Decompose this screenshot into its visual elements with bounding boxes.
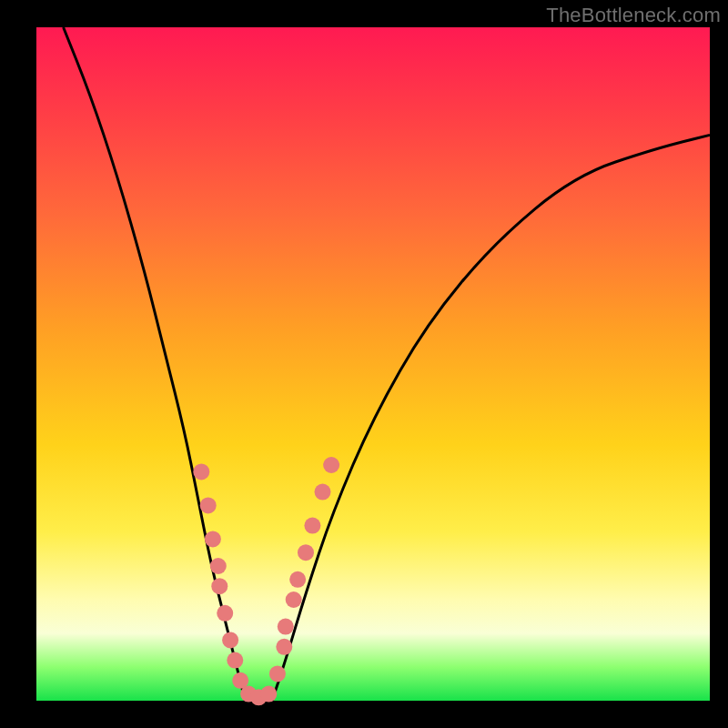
highlight-dot xyxy=(286,592,302,608)
highlight-dot xyxy=(193,463,209,480)
highlight-dot xyxy=(289,571,306,588)
chart-frame: TheBottleneck.com xyxy=(0,0,728,728)
highlight-dot xyxy=(211,578,228,594)
highlight-dot xyxy=(210,558,227,574)
curve-right xyxy=(272,135,710,701)
highlight-dot xyxy=(304,518,320,534)
highlight-dot xyxy=(276,639,292,655)
highlight-dots xyxy=(193,457,339,705)
plot-area xyxy=(36,27,710,701)
highlight-dot xyxy=(260,686,277,703)
curve-svg xyxy=(36,27,710,701)
highlight-dot xyxy=(227,652,243,669)
highlight-dot xyxy=(298,544,314,561)
highlight-dot xyxy=(200,497,217,513)
highlight-dot xyxy=(222,632,238,648)
curve-left xyxy=(64,27,246,701)
highlight-dot xyxy=(217,605,233,622)
highlight-dot xyxy=(315,484,331,500)
highlight-dot xyxy=(323,457,339,473)
highlight-dot xyxy=(269,665,286,682)
highlight-dot xyxy=(278,619,294,635)
watermark-text: TheBottleneck.com xyxy=(546,4,721,27)
highlight-dot xyxy=(205,531,221,547)
